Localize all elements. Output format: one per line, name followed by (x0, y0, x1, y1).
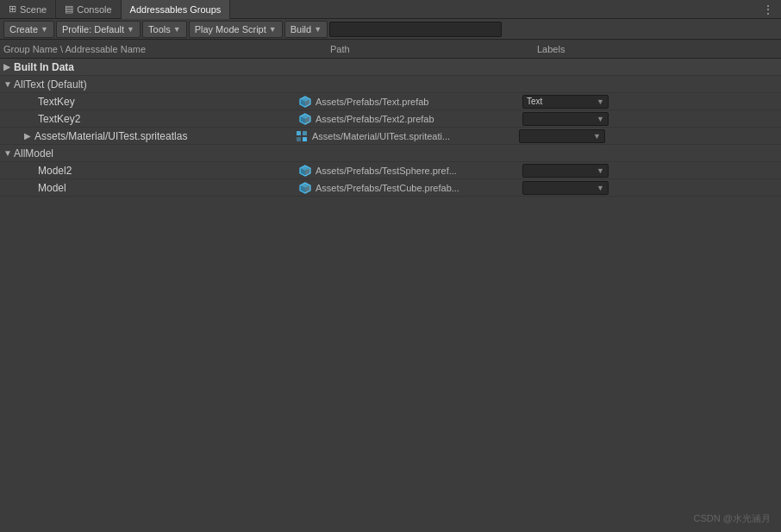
model2-dropdown-arrow: ▼ (597, 166, 604, 175)
textkey2-icon-cell (295, 112, 316, 126)
col-header-name: Group Name \ Addressable Name (3, 44, 309, 54)
list-item-sprite-atlas[interactable]: ▶ Assets/Material/UITest.spriteatlas Ass… (0, 128, 781, 145)
model2-labels[interactable]: ▼ (522, 164, 781, 178)
prefab-icon-textkey (298, 95, 312, 109)
model-icon-cell (295, 181, 316, 195)
expand-icon-built-in-data: ▶ (3, 62, 14, 72)
sprite-atlas-label: Assets/Material/UITest.spriteatlas (34, 130, 291, 142)
build-dropdown-arrow: ▼ (314, 25, 322, 34)
tools-dropdown-arrow: ▼ (173, 25, 181, 34)
tab-bar: ⊞ Scene ▤ Console Addressables Groups ⋮ (0, 0, 781, 19)
svg-rect-10 (297, 137, 301, 141)
textkey-labels[interactable]: Text ▼ (522, 95, 781, 109)
grid-icon: ⊞ (9, 3, 16, 15)
tab-scene-label: Scene (20, 4, 47, 15)
model-dropdown-arrow: ▼ (597, 184, 604, 192)
sprite-atlas-label-dropdown[interactable]: ▼ (519, 129, 605, 143)
tab-addressables-groups[interactable]: Addressables Groups (122, 0, 231, 19)
create-button[interactable]: Create ▼ (3, 21, 54, 38)
prefab-icon-model2 (298, 164, 312, 178)
svg-rect-9 (303, 131, 307, 135)
textkey-label-dropdown[interactable]: Text ▼ (522, 95, 609, 109)
watermark-text: CSDN @水光涵月 (694, 513, 771, 523)
textkey-label: TextKey (38, 96, 295, 108)
search-bar[interactable] (329, 22, 502, 37)
textkey2-label: TextKey2 (38, 113, 295, 125)
sprite-atlas-labels[interactable]: ▼ (519, 129, 781, 143)
textkey-path: Assets/Prefabs/Text.prefab (316, 97, 522, 107)
group-built-in-data-label: Built In Data (14, 61, 298, 73)
profile-label: Profile: Default (62, 24, 124, 34)
expand-icon-all-model: ▼ (3, 148, 14, 158)
profile-dropdown-arrow: ▼ (127, 25, 134, 34)
textkey2-label-dropdown[interactable]: ▼ (522, 112, 609, 126)
model2-icon-cell (295, 164, 316, 178)
textkey-dropdown-arrow: ▼ (597, 97, 604, 106)
tab-console-label: Console (77, 4, 111, 15)
textkey-label-value: Text (527, 97, 542, 106)
model-label-dropdown[interactable]: ▼ (522, 181, 609, 195)
tab-console[interactable]: ▤ Console (56, 0, 121, 19)
group-all-model-label: AllModel (14, 147, 297, 160)
list-item-model[interactable]: Model Assets/Prefabs/TestCube.prefab... … (0, 179, 781, 197)
model-path: Assets/Prefabs/TestCube.prefab... (316, 183, 522, 193)
model2-path: Assets/Prefabs/TestSphere.pref... (316, 166, 522, 176)
expand-icon-sprite-atlas: ▶ (24, 131, 34, 141)
play-mode-script-label: Play Mode Script (195, 24, 266, 34)
model-label: Model (38, 182, 295, 194)
model-labels[interactable]: ▼ (522, 181, 781, 195)
model2-label-dropdown[interactable]: ▼ (522, 164, 609, 178)
watermark: CSDN @水光涵月 (694, 512, 771, 525)
toolbar: Create ▼ Profile: Default ▼ Tools ▼ Play… (0, 19, 781, 40)
col-header-path: Path (330, 44, 537, 54)
group-built-in-data[interactable]: ▶ Built In Data (0, 59, 781, 76)
tree-content: ▶ Built In Data ▼ AllText (Default) Text… (0, 59, 781, 532)
group-all-text[interactable]: ▼ AllText (Default) (0, 76, 781, 93)
tab-overflow-menu[interactable]: ⋮ (755, 3, 781, 16)
prefab-icon-textkey2 (298, 112, 312, 126)
profile-button[interactable]: Profile: Default ▼ (56, 21, 141, 38)
svg-rect-8 (297, 131, 301, 135)
group-all-model[interactable]: ▼ AllModel (0, 145, 781, 162)
sprite-atlas-icon-cell (291, 129, 312, 143)
sprite-atlas-dropdown-arrow: ▼ (593, 132, 601, 141)
prefab-icon-model (298, 181, 312, 195)
play-mode-script-dropdown-arrow: ▼ (269, 25, 277, 34)
sprite-atlas-icon (295, 129, 309, 143)
create-label: Create (9, 24, 38, 34)
build-label: Build (291, 24, 311, 34)
col-header-labels: Labels (537, 44, 781, 54)
list-item-textkey2[interactable]: TextKey2 Assets/Prefabs/Text2.prefab ▼ (0, 110, 781, 128)
console-icon: ▤ (65, 3, 73, 15)
tab-scene[interactable]: ⊞ Scene (0, 0, 56, 19)
tools-label: Tools (148, 24, 171, 34)
list-item-model2[interactable]: Model2 Assets/Prefabs/TestSphere.pref...… (0, 162, 781, 179)
svg-rect-11 (303, 137, 307, 141)
sprite-atlas-path: Assets/Material/UITest.spriteati... (312, 131, 519, 141)
textkey-icon-cell (295, 95, 316, 109)
model2-label: Model2 (38, 165, 295, 177)
textkey2-labels[interactable]: ▼ (522, 112, 781, 126)
create-dropdown-arrow: ▼ (41, 25, 48, 34)
search-input[interactable] (334, 24, 497, 34)
group-all-text-label: AllText (Default) (14, 78, 297, 91)
tab-addressables-label: Addressables Groups (130, 4, 222, 15)
build-button[interactable]: Build ▼ (284, 21, 328, 38)
textkey2-dropdown-arrow: ▼ (597, 115, 604, 123)
play-mode-script-button[interactable]: Play Mode Script ▼ (189, 21, 283, 38)
tools-button[interactable]: Tools ▼ (142, 21, 187, 38)
column-headers: Group Name \ Addressable Name Path Label… (0, 40, 781, 59)
textkey2-path: Assets/Prefabs/Text2.prefab (316, 114, 522, 124)
expand-icon-all-text: ▼ (3, 79, 14, 89)
list-item-textkey[interactable]: TextKey Assets/Prefabs/Text.prefab Text … (0, 93, 781, 110)
